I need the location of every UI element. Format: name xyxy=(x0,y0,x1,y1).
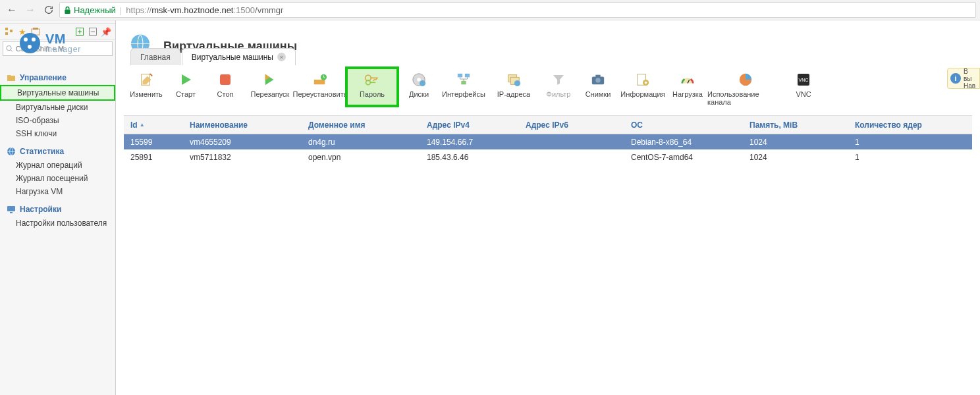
table-header: Id▲ Наименование Доменное имя Адрес IPv4… xyxy=(124,116,972,134)
sidebar: ★ 📌 Управление Виртуальные машины Виртуа… xyxy=(0,20,116,395)
col-mem[interactable]: Память, MiB xyxy=(743,116,848,134)
svg-point-36 xyxy=(645,82,647,84)
pie-icon xyxy=(738,72,753,88)
lock-icon xyxy=(64,6,71,14)
gauge-icon xyxy=(680,72,695,88)
url: https://msk-vm.hoztnode.net:1500/vmmgr xyxy=(126,5,283,15)
sidebar-item-usersettings[interactable]: Настройки пользователя xyxy=(0,217,115,230)
sidebar-item-disks[interactable]: Виртуальные диски xyxy=(0,101,115,114)
col-ipv4[interactable]: Адрес IPv4 xyxy=(420,116,519,134)
secure-label: Надежный xyxy=(74,5,116,15)
cell-ipv4: 149.154.66.7 xyxy=(420,134,519,149)
cell-id: 25891 xyxy=(124,149,183,165)
sidebar-item-load[interactable]: Нагрузка VM xyxy=(0,185,115,198)
vm-table: Id▲ Наименование Доменное имя Адрес IPv4… xyxy=(124,115,972,165)
network-icon xyxy=(456,72,472,88)
tb-ifaces[interactable]: Интерфейсы xyxy=(439,69,489,101)
tb-disks[interactable]: Диски xyxy=(399,69,439,101)
col-name[interactable]: Наименование xyxy=(183,116,302,134)
sidebar-item-iso[interactable]: ISO-образы xyxy=(0,114,115,127)
logo[interactable]: VM manager xyxy=(20,32,81,53)
table-row[interactable]: 15599vm4655209dn4g.ru149.154.66.7Debian-… xyxy=(124,134,972,149)
filter-icon xyxy=(551,72,566,88)
tb-edit[interactable]: Изменить xyxy=(126,69,166,101)
tb-info[interactable]: Информация xyxy=(618,69,668,101)
edit-icon xyxy=(138,72,154,88)
tb-filter[interactable]: Фильтр xyxy=(539,69,578,101)
reload-icon xyxy=(43,5,54,15)
key-icon xyxy=(364,72,380,88)
cell-name: vm5711832 xyxy=(183,149,302,165)
cell-ipv6 xyxy=(519,134,624,149)
sidebar-section-management[interactable]: Управление xyxy=(0,70,115,85)
restart-icon xyxy=(262,72,278,88)
back-button[interactable]: ← xyxy=(4,2,20,18)
col-ipv6[interactable]: Адрес IPv6 xyxy=(519,116,624,134)
tabs: ГлавнаяВиртуальные машины× xyxy=(130,48,297,65)
cell-id: 15599 xyxy=(124,134,183,149)
sidebar-section-settings[interactable]: Настройки xyxy=(0,202,115,217)
col-domain[interactable]: Доменное имя xyxy=(302,116,420,134)
main: i В выНав Виртуальные машины Изменить Ст… xyxy=(116,20,980,395)
header: VM manager ГлавнаяВиртуальные машины× xyxy=(0,20,980,65)
address-bar[interactable]: Надежный | https://msk-vm.hoztnode.net:1… xyxy=(59,2,976,18)
table-row[interactable]: 25891vm5711832open.vpn185.43.6.46CentOS-… xyxy=(124,149,972,165)
tb-password[interactable]: Пароль xyxy=(345,66,399,107)
reinstall-icon xyxy=(312,72,328,88)
disk-icon xyxy=(411,72,427,88)
tb-channel[interactable]: Использование канала xyxy=(707,69,784,109)
cell-domain: dn4g.ru xyxy=(302,134,420,149)
sidebar-item-vms[interactable]: Виртуальные машины xyxy=(0,85,115,101)
tb-load[interactable]: Нагрузка xyxy=(668,69,707,101)
forward-button[interactable]: → xyxy=(22,2,38,18)
globe-icon xyxy=(7,147,16,156)
sidebar-item-ssh[interactable]: SSH ключи xyxy=(0,127,115,140)
col-id[interactable]: Id▲ xyxy=(124,116,183,134)
ip-icon xyxy=(506,72,522,88)
svg-rect-18 xyxy=(314,80,325,84)
cell-cores: 1 xyxy=(848,149,972,165)
svg-rect-33 xyxy=(595,75,600,78)
browser-bar: ← → Надежный | https://msk-vm.hoztnode.n… xyxy=(0,0,980,20)
reload-button[interactable] xyxy=(41,2,57,18)
tb-start[interactable]: Старт xyxy=(166,69,205,101)
folder-icon xyxy=(7,73,16,82)
sidebar-item-oplog[interactable]: Журнал операций xyxy=(0,159,115,172)
svg-point-32 xyxy=(595,78,600,82)
cell-cores: 1 xyxy=(848,134,972,149)
tab-label: Виртуальные машины xyxy=(192,53,273,62)
monitor-icon xyxy=(7,205,16,214)
secure-badge: Надежный xyxy=(64,5,116,15)
svg-rect-27 xyxy=(461,81,466,84)
svg-rect-26 xyxy=(465,74,470,78)
cell-ipv6 xyxy=(519,149,624,165)
tb-restart[interactable]: Перезапуск xyxy=(245,69,295,101)
col-os[interactable]: OC xyxy=(624,116,743,134)
camera-icon xyxy=(590,72,606,88)
svg-point-23 xyxy=(417,78,421,82)
cell-os: CentOS-7-amd64 xyxy=(624,149,743,165)
close-icon[interactable]: × xyxy=(277,53,286,61)
tb-ips[interactable]: IP-адреса xyxy=(489,69,539,101)
tab-label: Главная xyxy=(140,53,171,62)
sidebar-item-visits[interactable]: Журнал посещений xyxy=(0,172,115,185)
tab[interactable]: Главная xyxy=(130,48,180,65)
svg-point-24 xyxy=(420,80,425,86)
cell-name: vm4655209 xyxy=(183,134,302,149)
stop-icon xyxy=(217,72,233,88)
svg-rect-11 xyxy=(10,212,13,213)
tb-stop[interactable]: Стоп xyxy=(205,69,245,101)
tb-snaps[interactable]: Снимки xyxy=(578,69,618,101)
tb-vnc[interactable]: VNCVNC xyxy=(784,69,823,101)
tab[interactable]: Виртуальные машины× xyxy=(182,48,296,65)
svg-rect-0 xyxy=(65,9,70,13)
cell-os: Debian-8-x86_64 xyxy=(624,134,743,149)
col-cores[interactable]: Количество ядер xyxy=(848,116,972,134)
svg-point-30 xyxy=(514,80,520,86)
hint-box[interactable]: i В выНав xyxy=(947,68,980,89)
svg-rect-17 xyxy=(220,74,231,85)
sidebar-section-stats[interactable]: Статистика xyxy=(0,144,115,159)
tb-reinstall[interactable]: Переустановить xyxy=(295,69,345,101)
play-icon xyxy=(178,72,194,88)
cell-ipv4: 185.43.6.46 xyxy=(420,149,519,165)
